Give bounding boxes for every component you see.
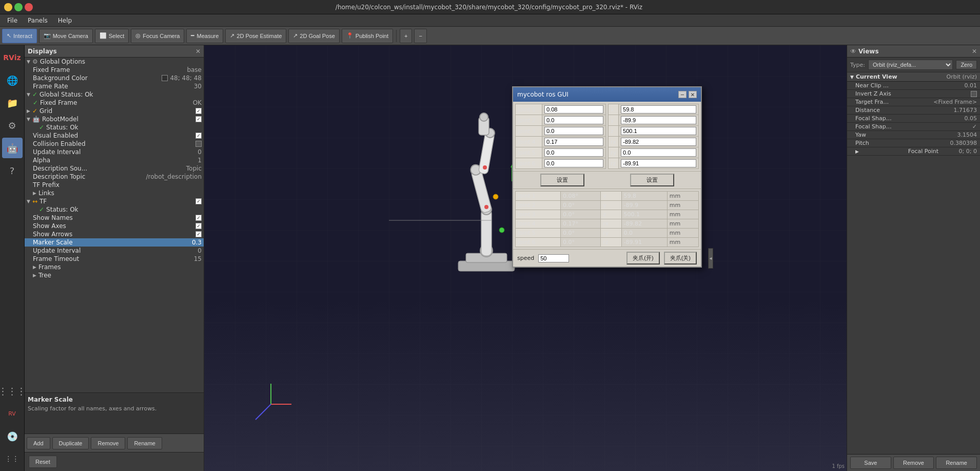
- show-names-check[interactable]: ✓: [195, 215, 202, 221]
- taskbar-icon-bottom[interactable]: ⋮⋮⋮: [2, 381, 23, 401]
- views-type-select[interactable]: Orbit (rviz_defa...: [868, 60, 953, 70]
- tree-update-interval-tf[interactable]: Update Interval 0: [25, 247, 204, 255]
- joint-4-input[interactable]: [544, 138, 603, 146]
- tree-marker-scale[interactable]: Marker Scale 0.3: [25, 238, 204, 247]
- tree-show-arrows[interactable]: Show Arrows ✓: [25, 230, 204, 238]
- tree-tf[interactable]: ▼ ↔ TF ✓: [25, 197, 204, 205]
- viewport[interactable]: K6 ◂ 1 fps mycobot ros GUI − ✕: [204, 45, 847, 471]
- close-button[interactable]: [25, 3, 33, 11]
- collapse-handle[interactable]: ◂: [708, 248, 713, 269]
- tree-desc-topic[interactable]: Description Topic /robot_description: [25, 173, 204, 181]
- menu-help[interactable]: Help: [53, 16, 77, 25]
- minimize-button[interactable]: [4, 3, 12, 11]
- frames-expand[interactable]: ▶: [33, 265, 36, 270]
- tree-robot-status[interactable]: ✓ Status: Ok: [25, 123, 204, 131]
- views-remove-button[interactable]: Remove: [893, 457, 934, 469]
- grid-expand[interactable]: ▶: [27, 108, 30, 114]
- robot-gui-minimize[interactable]: −: [678, 91, 687, 98]
- current-view-header[interactable]: ▼ Current View Orbit (rviz): [847, 72, 980, 82]
- move-camera-button[interactable]: 📷 Move Camera: [39, 29, 93, 43]
- tree-frames[interactable]: ▶ Frames: [25, 263, 204, 271]
- joint-3-input[interactable]: [544, 127, 603, 135]
- tree-frame-timeout[interactable]: Frame Timeout 15: [25, 255, 204, 263]
- taskbar-apps[interactable]: ⋮⋮: [2, 448, 23, 469]
- taskbar-icon-5[interactable]: ?: [2, 160, 23, 181]
- displays-close-btn[interactable]: ✕: [195, 48, 201, 55]
- taskbar-icon-4[interactable]: 🤖: [2, 138, 23, 158]
- taskbar-disk[interactable]: 💿: [2, 426, 23, 446]
- remove-button[interactable]: Remove: [91, 437, 125, 449]
- tf-expand[interactable]: ▼: [27, 199, 30, 204]
- speed-input[interactable]: [538, 254, 569, 262]
- tree-tf-status[interactable]: ✓ Status: Ok: [25, 205, 204, 214]
- add-button[interactable]: Add: [27, 437, 50, 449]
- tree-tree[interactable]: ▶ Tree: [25, 271, 204, 279]
- tree-fixed-frame[interactable]: Fixed Frame base: [25, 66, 204, 74]
- x-input[interactable]: [621, 105, 696, 114]
- tree-global-status-fixed[interactable]: ✓ Fixed Frame OK: [25, 99, 204, 107]
- joint-5-input[interactable]: [544, 148, 603, 157]
- minus-button[interactable]: −: [414, 29, 426, 43]
- goal-pose-button[interactable]: ↗ 2D Goal Pose: [288, 29, 339, 43]
- tree-background-color[interactable]: Background Color 48; 48; 48: [25, 74, 204, 82]
- robot-model-checkbox[interactable]: ✓: [195, 116, 202, 122]
- tree-update-interval[interactable]: Update Interval 0: [25, 148, 204, 156]
- views-rename-button[interactable]: Rename: [936, 457, 977, 469]
- views-zero-button[interactable]: Zero: [956, 60, 977, 69]
- plus-button[interactable]: +: [400, 29, 412, 43]
- set-joints-button[interactable]: 设置: [540, 174, 584, 186]
- global-status-expand[interactable]: ▼: [27, 92, 30, 97]
- invert-z-checkbox[interactable]: [971, 91, 977, 97]
- tree-robot-model[interactable]: ▼ 🤖 RobotModel ✓: [25, 115, 204, 123]
- rx-input[interactable]: [621, 138, 696, 146]
- global-options-expand[interactable]: ▼: [27, 59, 30, 64]
- measure-button[interactable]: ━ Measure: [186, 29, 223, 43]
- displays-tree[interactable]: ▼ ⚙ Global Options Fixed Frame base Back…: [25, 58, 204, 392]
- taskbar-icon-2[interactable]: 📁: [2, 92, 23, 113]
- collision-enabled-check[interactable]: [195, 141, 202, 147]
- tree-grid[interactable]: ▶ ✓ Grid ✓: [25, 107, 204, 115]
- z-input[interactable]: [621, 127, 696, 135]
- taskbar-icon-3[interactable]: ⚙: [2, 115, 23, 136]
- rz-input[interactable]: [621, 159, 696, 167]
- ry-input[interactable]: [621, 148, 696, 157]
- tree-expand[interactable]: ▶: [33, 273, 36, 278]
- select-button[interactable]: ⬜ Select: [95, 29, 129, 43]
- views-save-button[interactable]: Save: [850, 457, 891, 469]
- tree-collision-enabled[interactable]: Collision Enabled: [25, 140, 204, 148]
- interact-button[interactable]: ↖ Interact: [2, 29, 37, 43]
- joint-1-input[interactable]: [544, 105, 603, 114]
- show-axes-check[interactable]: ✓: [195, 223, 202, 229]
- gripper-close-button[interactable]: 夹爪(关): [664, 252, 697, 265]
- tree-show-names[interactable]: Show Names ✓: [25, 214, 204, 222]
- menu-file[interactable]: File: [2, 16, 23, 25]
- publish-point-button[interactable]: 📍 Publish Point: [342, 29, 393, 43]
- pose-estimate-button[interactable]: ↗ 2D Pose Estimate: [225, 29, 286, 43]
- focal-point-expand[interactable]: ▶: [855, 149, 906, 154]
- views-close-icon[interactable]: ✕: [972, 48, 977, 55]
- tree-tf-prefix[interactable]: TF Prefix: [25, 181, 204, 189]
- robot-expand[interactable]: ▼: [27, 117, 30, 122]
- set-coords-button[interactable]: 设置: [630, 174, 674, 186]
- maximize-button[interactable]: [14, 3, 23, 11]
- tree-frame-rate[interactable]: Frame Rate 30: [25, 82, 204, 90]
- tree-global-options[interactable]: ▼ ⚙ Global Options: [25, 58, 204, 66]
- robot-gui-close[interactable]: ✕: [689, 91, 697, 98]
- tree-visual-enabled[interactable]: Visual Enabled ✓: [25, 131, 204, 140]
- visual-enabled-check[interactable]: ✓: [195, 133, 202, 139]
- menu-panels[interactable]: Panels: [23, 16, 53, 25]
- joint-2-input[interactable]: [544, 116, 603, 124]
- tree-links[interactable]: ▶ Links: [25, 189, 204, 197]
- joint-6-input[interactable]: [544, 159, 603, 167]
- reset-button[interactable]: Reset: [29, 456, 57, 468]
- taskbar-icon-1[interactable]: 🌐: [2, 70, 23, 90]
- y-input[interactable]: [621, 116, 696, 124]
- focus-camera-button[interactable]: ◎ Focus Camera: [131, 29, 184, 43]
- links-expand[interactable]: ▶: [33, 191, 36, 196]
- tree-show-axes[interactable]: Show Axes ✓: [25, 222, 204, 230]
- tree-global-status[interactable]: ▼ ✓ Global Status: Ok: [25, 90, 204, 99]
- tree-desc-source[interactable]: Description Sou... Topic: [25, 164, 204, 173]
- rename-button[interactable]: Rename: [127, 437, 162, 449]
- tf-checkbox[interactable]: ✓: [195, 198, 202, 204]
- grid-checkbox[interactable]: ✓: [195, 108, 202, 114]
